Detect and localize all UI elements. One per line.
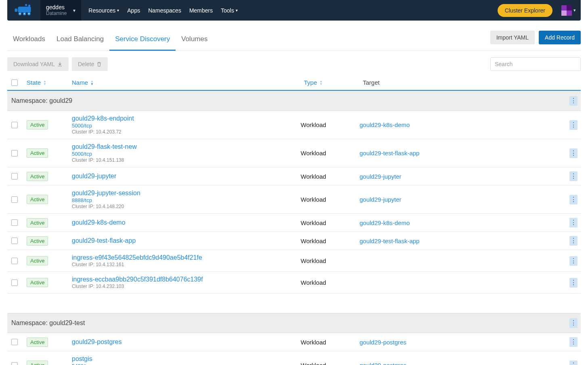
service-name-link[interactable]: gould29-flask-test-new [72, 143, 301, 150]
row-actions-button[interactable]: ⋮ [569, 256, 578, 266]
type-cell: Workload [301, 150, 360, 156]
kebab-icon: ⋮ [570, 222, 577, 223]
target-link[interactable]: gould29-jupyter [360, 196, 401, 203]
service-port-link[interactable]: 5432/tcp [72, 363, 301, 365]
row-actions-button[interactable]: ⋮ [569, 337, 578, 347]
cluster-select[interactable]: geddes Datamine ▾ [40, 0, 81, 21]
svg-point-9 [28, 13, 29, 14]
row-checkbox[interactable] [11, 219, 18, 226]
row-actions-button[interactable]: ⋮ [569, 171, 578, 181]
download-yaml-button[interactable]: Download YAML [7, 57, 69, 71]
row-checkbox[interactable] [11, 258, 18, 264]
state-badge: Active [27, 278, 48, 287]
avatar-icon [561, 5, 572, 16]
user-avatar-menu[interactable]: ▾ [557, 5, 576, 16]
search-input[interactable] [490, 57, 581, 71]
service-name-link[interactable]: gould29-test-flask-app [72, 237, 301, 244]
row-actions-button[interactable]: ⋮ [569, 236, 578, 246]
toolbar: Download YAML Delete [7, 57, 581, 71]
row-checkbox[interactable] [11, 279, 18, 286]
logo[interactable] [7, 4, 40, 17]
service-name-link[interactable]: postgis [72, 355, 301, 363]
cluster-project: Datamine [46, 11, 67, 16]
namespace-actions-button[interactable]: ⋮ [569, 96, 578, 106]
topnav-apps[interactable]: Apps [127, 7, 140, 14]
type-cell: Workload [301, 219, 360, 226]
row-checkbox[interactable] [11, 150, 18, 156]
kebab-icon: ⋮ [570, 240, 577, 242]
target-link[interactable]: gould29-postgres [360, 362, 406, 365]
column-name[interactable]: Name ▲▼ [72, 79, 304, 86]
cluster-explorer-button[interactable]: Cluster Explorer [498, 4, 552, 17]
row-checkbox[interactable] [11, 196, 18, 203]
row-checkbox[interactable] [11, 238, 18, 244]
table-header: State ▲▼ Name ▲▼ Type ▲▼ Target [7, 74, 581, 91]
chevron-down-icon: ▾ [73, 8, 75, 13]
add-record-button[interactable]: Add Record [539, 31, 581, 44]
chevron-down-icon: ▾ [573, 8, 576, 13]
row-checkbox[interactable] [11, 339, 18, 345]
service-name-link[interactable]: gould29-k8s-endpoint [72, 115, 301, 122]
kebab-icon: ⋮ [570, 260, 577, 262]
sort-icon: ▲▼ [43, 80, 46, 86]
target-link[interactable]: gould29-test-flask-app [360, 238, 419, 244]
type-cell: Workload [301, 339, 360, 346]
row-actions-button[interactable]: ⋮ [569, 361, 578, 365]
row-actions-button[interactable]: ⋮ [569, 218, 578, 227]
trash-icon [96, 62, 102, 67]
state-badge: Active [27, 361, 48, 365]
target-link[interactable]: gould29-jupyter [360, 173, 401, 180]
topnav-tools[interactable]: Tools▾ [221, 7, 238, 14]
target-link[interactable]: gould29-k8s-demo [360, 121, 410, 128]
tab-load-balancing[interactable]: Load Balancing [51, 29, 109, 50]
select-all-checkbox[interactable] [11, 79, 18, 86]
column-target[interactable]: Target [363, 79, 565, 86]
cluster-ip: Cluster IP: 10.4.203.72 [72, 129, 301, 135]
table-row: Activegould29-k8s-demoWorkloadgould29-k8… [7, 214, 581, 232]
column-state[interactable]: State ▲▼ [27, 79, 72, 86]
column-type[interactable]: Type ▲▼ [304, 79, 363, 86]
kebab-icon: ⋮ [570, 124, 577, 126]
state-badge: Active [27, 195, 48, 204]
type-cell: Workload [301, 362, 360, 365]
service-name-link[interactable]: ingress-eccbaa9bb290c5f391df8b64076c139f [72, 276, 301, 283]
service-name-link[interactable]: gould29-jupyter [72, 173, 301, 180]
table-row: Activegould29-k8s-endpoint5000/tcpCluste… [7, 111, 581, 139]
kebab-icon: ⋮ [570, 322, 577, 324]
service-name-link[interactable]: gould29-postgres [72, 338, 301, 346]
target-link[interactable]: gould29-postgres [360, 339, 406, 346]
service-name-link[interactable]: ingress-e9f43e564825ebfdc9d490ae5b4f21fe [72, 254, 301, 261]
row-actions-button[interactable]: ⋮ [569, 195, 578, 204]
row-actions-button[interactable]: ⋮ [569, 278, 578, 288]
row-actions-button[interactable]: ⋮ [569, 120, 578, 130]
service-port-link[interactable]: 8888/tcp [72, 197, 301, 203]
service-name-link[interactable]: gould29-jupyter-session [72, 190, 301, 197]
row-checkbox[interactable] [11, 122, 18, 128]
type-cell: Workload [301, 196, 360, 203]
topnav-namespaces[interactable]: Namespaces [148, 7, 181, 14]
service-port-link[interactable]: 5000/tcp [72, 123, 301, 129]
target-link[interactable]: gould29-k8s-demo [360, 219, 410, 226]
namespace-actions-button[interactable]: ⋮ [569, 318, 578, 328]
type-cell: Workload [301, 121, 360, 128]
topnav-resources[interactable]: Resources▾ [88, 7, 119, 14]
table-row: Activegould29-jupyterWorkloadgould29-jup… [7, 167, 581, 186]
chevron-down-icon: ▾ [236, 8, 238, 13]
row-actions-button[interactable]: ⋮ [569, 148, 578, 158]
import-yaml-button[interactable]: Import YAML [490, 31, 535, 44]
service-name-link[interactable]: gould29-k8s-demo [72, 219, 301, 226]
tab-workloads[interactable]: Workloads [7, 29, 51, 50]
service-port-link[interactable]: 5000/tcp [72, 151, 301, 157]
delete-button[interactable]: Delete [72, 57, 108, 71]
target-link[interactable]: gould29-test-flask-app [360, 150, 419, 156]
topnav-members[interactable]: Members [189, 7, 213, 14]
sort-icon: ▲▼ [90, 80, 94, 86]
tab-service-discovery[interactable]: Service Discovery [109, 29, 176, 51]
row-checkbox[interactable] [11, 173, 18, 179]
svg-rect-1 [18, 6, 31, 12]
search-box [490, 57, 581, 71]
row-checkbox[interactable] [11, 362, 18, 365]
state-badge: Active [27, 172, 48, 181]
tab-volumes[interactable]: Volumes [176, 29, 213, 50]
download-icon [57, 62, 63, 67]
